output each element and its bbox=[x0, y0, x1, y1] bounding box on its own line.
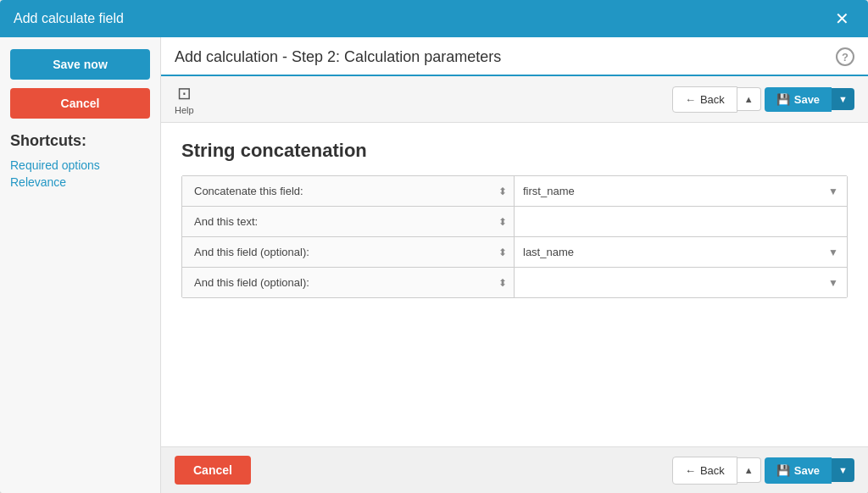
back-dropdown-bottom[interactable]: ▲ bbox=[737, 457, 761, 483]
field-value-wrapper-2: first_name last_name ▼ bbox=[515, 237, 847, 267]
field-right-3: first_name last_name ▼ bbox=[515, 268, 847, 297]
bottom-bar: Cancel ← Back ▲ Save ▼ bbox=[161, 446, 868, 493]
shortcuts-links: Required options Relevance bbox=[10, 158, 150, 189]
shortcuts-title: Shortcuts: bbox=[10, 132, 150, 150]
save-button-top[interactable]: Save bbox=[765, 87, 832, 112]
back-label-top: Back bbox=[700, 93, 725, 106]
back-label-bottom: Back bbox=[700, 464, 725, 477]
step-header: Add calculation - Step 2: Calculation pa… bbox=[161, 37, 868, 76]
field-value-select-0[interactable]: first_name last_name bbox=[515, 176, 847, 206]
field-label-select-1[interactable]: And this text: bbox=[189, 207, 507, 236]
bottom-right-buttons: ← Back ▲ Save ▼ bbox=[672, 457, 854, 485]
field-value-wrapper-0: first_name last_name ▼ bbox=[515, 176, 847, 206]
main-content: Add calculation - Step 2: Calculation pa… bbox=[161, 37, 868, 493]
cancel-bottom-button[interactable]: Cancel bbox=[175, 456, 251, 485]
sidebar: Save now Cancel Shortcuts: Required opti… bbox=[0, 37, 161, 493]
help-tool-icon: ⊡ bbox=[177, 83, 192, 103]
modal-title: Add calculate field bbox=[14, 11, 124, 26]
toolbar-bar: ⊡ Help ← Back ▲ Save ▼ bbox=[161, 76, 868, 123]
back-button-top[interactable]: ← Back bbox=[672, 86, 737, 113]
save-button-bottom[interactable]: Save bbox=[765, 457, 832, 484]
back-dropdown-top[interactable]: ▲ bbox=[737, 87, 761, 111]
field-left-1: And this text: ⬍ bbox=[182, 207, 515, 237]
save-label-top: Save bbox=[794, 93, 820, 106]
field-grid: Concatenate this field: ⬍ first_name las… bbox=[181, 175, 848, 298]
field-left-0: Concatenate this field: ⬍ bbox=[182, 176, 515, 207]
field-left-2: And this field (optional): ⬍ bbox=[182, 237, 515, 268]
close-button[interactable]: ✕ bbox=[830, 8, 854, 29]
modal-header: Add calculate field ✕ bbox=[0, 0, 868, 37]
save-now-button[interactable]: Save now bbox=[10, 49, 150, 80]
field-label-select-0[interactable]: Concatenate this field: bbox=[189, 176, 507, 206]
floppy-icon-top bbox=[776, 93, 790, 106]
toolbar-right-buttons: ← Back ▲ Save ▼ bbox=[672, 86, 854, 113]
save-dropdown-bottom[interactable]: ▼ bbox=[832, 458, 854, 482]
field-label-select-3[interactable]: And this field (optional): bbox=[189, 268, 507, 297]
back-arrow-icon: ← bbox=[685, 93, 696, 106]
help-tool[interactable]: ⊡ Help bbox=[175, 83, 194, 115]
section-title: String concatenation bbox=[181, 140, 848, 162]
field-value-wrapper-3: first_name last_name ▼ bbox=[515, 268, 847, 297]
help-icon[interactable]: ? bbox=[836, 47, 854, 66]
back-button-bottom[interactable]: ← Back bbox=[672, 457, 737, 485]
field-label-select-2[interactable]: And this field (optional): bbox=[189, 237, 507, 267]
field-value-select-2[interactable]: first_name last_name bbox=[515, 237, 847, 267]
back-arrow-bottom-icon: ← bbox=[685, 464, 696, 477]
shortcut-relevance[interactable]: Relevance bbox=[10, 175, 150, 189]
save-label-bottom: Save bbox=[794, 464, 820, 477]
field-value-select-3[interactable]: first_name last_name bbox=[515, 268, 847, 297]
cancel-side-button[interactable]: Cancel bbox=[10, 88, 150, 119]
step-title: Add calculation - Step 2: Calculation pa… bbox=[175, 48, 501, 66]
shortcut-required-options[interactable]: Required options bbox=[10, 158, 150, 172]
help-tool-label: Help bbox=[175, 105, 194, 115]
modal-body: Save now Cancel Shortcuts: Required opti… bbox=[0, 37, 868, 493]
form-area: String concatenation Concatenate this fi… bbox=[161, 123, 868, 446]
field-value-input-1[interactable] bbox=[515, 207, 847, 236]
field-right-0: first_name last_name ▼ bbox=[515, 176, 847, 207]
field-right-2: first_name last_name ▼ bbox=[515, 237, 847, 268]
save-dropdown-top[interactable]: ▼ bbox=[832, 88, 854, 110]
field-right-1 bbox=[515, 207, 847, 237]
floppy-icon-bottom bbox=[776, 464, 790, 477]
field-left-3: And this field (optional): ⬍ bbox=[182, 268, 515, 297]
